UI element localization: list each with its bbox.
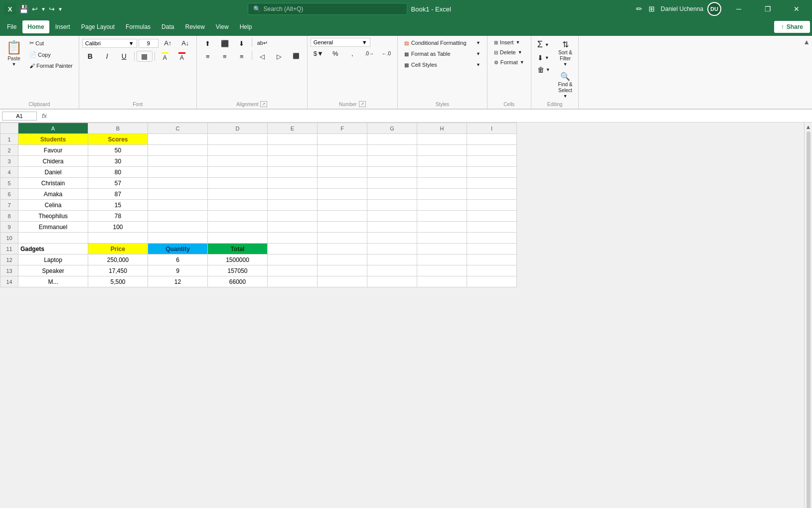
cell-r6-c2[interactable]: 87 [88,189,148,200]
menu-item-view[interactable]: View [211,20,234,33]
user-avatar[interactable]: DU [707,2,721,16]
cell-r8-c7[interactable] [367,211,417,222]
fill-button[interactable]: ⬇ ▼ [534,52,553,63]
cell-r12-c2[interactable]: 250,000 [88,254,148,265]
cell-r12-c9[interactable] [467,254,517,265]
cell-r13-c8[interactable] [417,265,467,276]
cell-r5-c1[interactable]: Christain [18,178,88,189]
cell-r5-c3[interactable] [148,178,208,189]
search-box[interactable]: 🔍 [248,3,407,15]
fill-color-button[interactable]: A [157,50,173,63]
delete-button[interactable]: ⊟ Delete ▼ [490,48,528,57]
currency-btn[interactable]: $▼ [311,48,326,59]
cell-r2-c3[interactable] [148,145,208,156]
cell-r9-c9[interactable] [467,222,517,233]
dec-inc-btn[interactable]: .0→ [361,49,377,58]
conditional-formatting-button[interactable]: ▤ Conditional Formatting ▼ [401,38,484,48]
cell-r5-c4[interactable] [208,178,268,189]
cell-r4-c6[interactable] [318,167,367,178]
copy-button[interactable]: 📄 Copy [26,49,76,60]
customize-qat[interactable]: ▼ [58,6,63,12]
cell-r11-c2[interactable]: Price [88,244,148,254]
align-middle-btn[interactable]: ⬛ [217,38,233,49]
menu-item-home[interactable]: Home [22,20,49,33]
find-select-button[interactable]: 🔍 Find & Select ▼ [555,70,576,101]
cell-r1-c7[interactable] [367,134,417,145]
col-header-F[interactable]: F [318,123,367,134]
cell-r12-c5[interactable] [268,254,318,265]
cell-r3-c5[interactable] [268,156,318,167]
col-header-G[interactable]: G [367,123,417,134]
cell-r7-c5[interactable] [268,200,318,211]
pen-icon[interactable]: ✏ [636,4,643,13]
cell-r11-c6[interactable] [318,244,367,254]
cell-r8-c5[interactable] [268,211,318,222]
cell-r14-c5[interactable] [268,276,318,287]
cut-button[interactable]: ✂ Cut [26,38,76,48]
col-header-H[interactable]: H [417,123,467,134]
menu-item-page-layout[interactable]: Page Layout [76,20,120,33]
cell-r10-c4[interactable] [208,233,268,244]
cell-r9-c6[interactable] [318,222,367,233]
cell-r14-c9[interactable] [467,276,517,287]
align-top-btn[interactable]: ⬆ [200,38,216,49]
col-header-C[interactable]: C [148,123,208,134]
cell-r9-c7[interactable] [367,222,417,233]
cell-r9-c4[interactable] [208,222,268,233]
cell-r6-c8[interactable] [417,189,467,200]
paste-button[interactable]: 📋 Paste ▼ [3,38,25,69]
bold-button[interactable]: B [82,51,98,62]
restore-button[interactable]: ❐ [756,0,779,18]
cell-r4-c1[interactable]: Daniel [18,167,88,178]
cell-r5-c2[interactable]: 57 [88,178,148,189]
cell-r10-c8[interactable] [417,233,467,244]
cell-r14-c6[interactable] [318,276,367,287]
minimize-button[interactable]: ─ [727,0,750,18]
cell-r4-c7[interactable] [367,167,417,178]
align-left-btn[interactable]: ≡ [200,51,216,62]
font-color-button[interactable]: A [174,50,190,63]
cell-r7-c6[interactable] [318,200,367,211]
cell-r6-c5[interactable] [268,189,318,200]
spreadsheet-wrapper[interactable]: A B C D E F G H I 1StudentsScores2Favour… [0,123,804,508]
cell-r3-c4[interactable] [208,156,268,167]
sort-filter-button[interactable]: ⇅ Sort & Filter ▼ [555,38,576,69]
paste-dropdown-icon[interactable]: ▼ [12,62,16,67]
cell-r13-c7[interactable] [367,265,417,276]
cell-r6-c6[interactable] [318,189,367,200]
cell-styles-button[interactable]: ▩ Cell Styles ▼ [401,60,484,70]
cell-r9-c2[interactable]: 100 [88,222,148,233]
cell-r12-c8[interactable] [417,254,467,265]
cell-r5-c6[interactable] [318,178,367,189]
cell-r1-c4[interactable] [208,134,268,145]
cell-r3-c8[interactable] [417,156,467,167]
insert-button[interactable]: ⊞ Insert ▼ [490,38,528,47]
cell-r2-c1[interactable]: Favour [18,145,88,156]
save-btn[interactable]: 💾 [19,4,29,14]
cell-r2-c8[interactable] [417,145,467,156]
col-header-A[interactable]: A [18,123,88,134]
cell-r10-c9[interactable] [467,233,517,244]
border-button[interactable]: ▦ [137,51,153,62]
cell-r4-c3[interactable] [148,167,208,178]
cell-r1-c5[interactable] [268,134,318,145]
cell-r8-c6[interactable] [318,211,367,222]
cell-r10-c1[interactable] [18,233,88,244]
undo-btn[interactable]: ↩ [32,5,38,13]
cell-r3-c6[interactable] [318,156,367,167]
cell-r4-c5[interactable] [268,167,318,178]
cell-r12-c4[interactable]: 1500000 [208,254,268,265]
cell-r12-c6[interactable] [318,254,367,265]
cell-r7-c3[interactable] [148,200,208,211]
alignment-expand-icon[interactable]: ↗ [260,101,267,107]
cell-r2-c6[interactable] [318,145,367,156]
cell-r4-c9[interactable] [467,167,517,178]
cell-r13-c6[interactable] [318,265,367,276]
cell-r5-c8[interactable] [417,178,467,189]
cell-r13-c3[interactable]: 9 [148,265,208,276]
cell-r11-c7[interactable] [367,244,417,254]
cell-r3-c1[interactable]: Chidera [18,156,88,167]
cell-r6-c1[interactable]: Amaka [18,189,88,200]
underline-button[interactable]: U [116,51,132,62]
cell-r4-c2[interactable]: 80 [88,167,148,178]
